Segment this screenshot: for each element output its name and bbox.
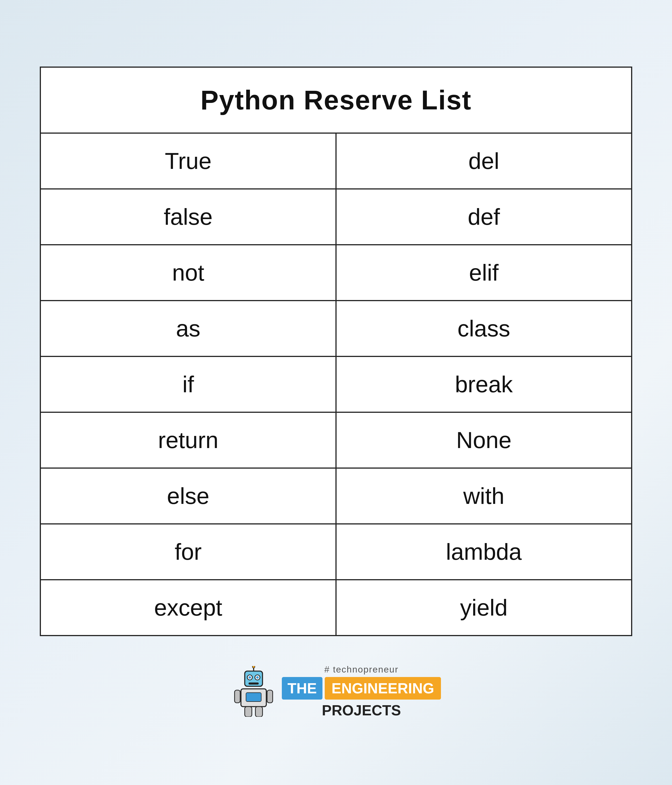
svg-rect-7 bbox=[249, 683, 259, 685]
cell-none: None bbox=[337, 413, 631, 468]
table-row: except yield bbox=[41, 580, 631, 635]
table-row: return None bbox=[41, 413, 631, 469]
cell-elif: elif bbox=[337, 246, 631, 300]
cell-false: false bbox=[41, 189, 337, 244]
robot-icon bbox=[231, 666, 276, 717]
cell-return: return bbox=[41, 413, 337, 468]
main-table: Python Reserve List True del false def n… bbox=[40, 67, 632, 636]
svg-rect-12 bbox=[244, 707, 252, 717]
cell-for: for bbox=[41, 524, 337, 579]
footer-brand-block: # technopreneur THE ENGINEERING PROJECTS bbox=[282, 664, 441, 719]
cell-class: class bbox=[337, 301, 631, 356]
footer-brand: THE ENGINEERING bbox=[282, 677, 441, 699]
cell-def: def bbox=[337, 189, 631, 244]
table-title: Python Reserve List bbox=[41, 68, 631, 134]
footer-logo: # technopreneur THE ENGINEERING PROJECTS bbox=[231, 664, 441, 719]
cell-not: not bbox=[41, 246, 337, 300]
hashtag-text: # technopreneur bbox=[324, 664, 398, 675]
svg-point-2 bbox=[252, 666, 255, 668]
cell-break: break bbox=[337, 357, 631, 412]
svg-point-6 bbox=[256, 676, 259, 679]
cell-with: with bbox=[337, 469, 631, 523]
cell-yield: yield bbox=[337, 580, 631, 635]
svg-rect-13 bbox=[255, 707, 262, 717]
table-row: True del bbox=[41, 134, 631, 189]
cell-else: else bbox=[41, 469, 337, 523]
table-row: as class bbox=[41, 301, 631, 357]
table-row: for lambda bbox=[41, 524, 631, 580]
svg-rect-11 bbox=[267, 690, 273, 703]
cell-del: del bbox=[337, 134, 631, 188]
engineering-label: ENGINEERING bbox=[325, 677, 441, 699]
svg-rect-10 bbox=[235, 690, 240, 703]
table-body: True del false def not elif as class if … bbox=[41, 134, 631, 635]
cell-true: True bbox=[41, 134, 337, 188]
cell-lambda: lambda bbox=[337, 524, 631, 579]
table-row: else with bbox=[41, 469, 631, 524]
footer: # technopreneur THE ENGINEERING PROJECTS bbox=[231, 664, 441, 719]
cell-except: except bbox=[41, 580, 337, 635]
svg-rect-9 bbox=[246, 693, 261, 702]
projects-label: PROJECTS bbox=[322, 702, 401, 719]
the-label: THE bbox=[282, 677, 323, 699]
cell-as: as bbox=[41, 301, 337, 356]
table-row: if break bbox=[41, 357, 631, 413]
table-row: not elif bbox=[41, 246, 631, 301]
cell-if: if bbox=[41, 357, 337, 412]
table-row: false def bbox=[41, 189, 631, 246]
svg-point-5 bbox=[249, 676, 251, 679]
